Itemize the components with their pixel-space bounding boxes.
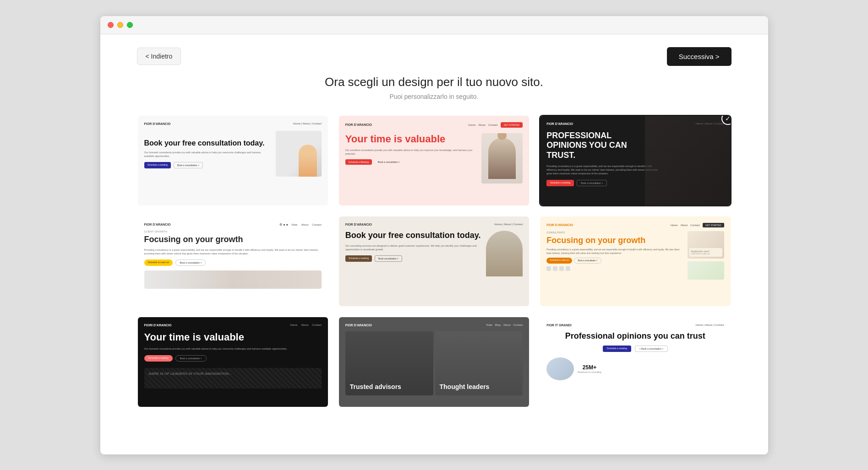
tpl2-navlink1: Home — [468, 124, 475, 126]
tpl1-navlinks: Home | About | Contact — [293, 122, 322, 125]
tpl7-navlinks: HomeAboutContact — [290, 324, 321, 326]
tpl6-btn1[interactable]: Schedule to meet us! — [546, 258, 572, 264]
tpl2-heading: Your time is valuable — [345, 133, 477, 145]
tpl8-logo: FIOR D'ARANCIO — [345, 324, 372, 327]
tpl5-logo: FIOR D'ARANCIO — [345, 223, 372, 226]
tpl8-navlinks: RateBlogAboutContact — [486, 324, 523, 326]
tpl8-left-panel: Trusted advisors — [345, 331, 433, 395]
template-card-8[interactable]: FIOR D'ARANCIO RateBlogAboutContact Trus… — [338, 316, 530, 408]
tpl9-stat: 25M+ Revenues in consulting — [578, 364, 601, 373]
tpl1-heading: Book your free consultation today. — [144, 139, 271, 147]
tpl6-cta[interactable]: GET STARTED — [703, 223, 724, 227]
dot-green[interactable] — [127, 22, 133, 28]
tpl5-navlinks: Home | About | Contact — [494, 223, 523, 226]
tpl2-image — [481, 133, 523, 184]
tpl6-social-icon-3 — [559, 266, 564, 271]
page-subtitle: Puoi personalizzarlo in seguito. — [100, 93, 768, 100]
browser-dots — [108, 22, 133, 28]
tpl7-heading: Your time is valuable — [144, 331, 322, 343]
tpl7-subtext: Our licensed consultants provide you wit… — [144, 347, 322, 351]
tpl1-logo: FIOR D'ARANCIO — [144, 122, 171, 125]
tpl3-logo: FIOR D'ARANCIO — [546, 122, 573, 125]
top-nav: < Indietro Successiva > — [100, 34, 768, 75]
tpl6-image1: Registration open! Click here to sign up — [688, 231, 724, 259]
template-card-4[interactable]: FIOR D'ARANCIO ⚙ ● ● RateAboutContact CL… — [137, 216, 329, 307]
tpl9-btn2[interactable]: < Book a consultation > — [635, 346, 668, 352]
tpl6-social-icon-1 — [546, 266, 551, 271]
tpl6-image2 — [688, 261, 724, 280]
tpl9-stat-label: Revenues in consulting — [578, 371, 601, 373]
tpl5-image — [486, 231, 523, 276]
tpl6-subtext: Providing consultancy is a great respons… — [546, 248, 683, 255]
tpl9-image — [546, 357, 574, 380]
tpl4-btn2[interactable]: Book a consultation > — [175, 259, 206, 266]
tpl5-btn2[interactable]: Book consultation > — [375, 255, 402, 262]
template-card-6[interactable]: FIOR D'ARANCIO HomeAboutContact GET STAR… — [539, 216, 731, 307]
tpl4-heading: Focusing on your growth — [144, 235, 322, 245]
tpl6-heading: Focusing on your growth — [546, 236, 683, 246]
tpl7-btn2[interactable]: Book a consultation > — [175, 355, 207, 362]
tpl6-btn2[interactable]: Book a consultation > — [574, 258, 601, 264]
tpl1-subtext: Our licensed consultants provide you wit… — [144, 151, 271, 158]
tpl8-right-panel: Thought leaders — [435, 331, 523, 395]
tpl2-logo: FIOR D'ARANCIO — [345, 123, 372, 126]
tpl7-bottom-image: DARE IS OF LEADERS IN YOUR IMAGINATION..… — [144, 368, 322, 389]
template-card-9[interactable]: FIOR IT GRANDI Home | About | Contact Pr… — [539, 316, 731, 408]
template-card-1[interactable]: FIOR D'ARANCIO Home | About | Contact Bo… — [137, 115, 329, 206]
template-card-2[interactable]: FIOR D'ARANCIO Home About Contact GET ST… — [338, 115, 530, 206]
tpl4-logo: FIOR D'ARANCIO — [144, 223, 171, 226]
tpl5-subtext: Our consulting services are designed to … — [345, 244, 481, 252]
tpl9-heading: Professional opinions you can trust — [546, 331, 724, 341]
tpl4-icons: ⚙ ● ● — [279, 223, 288, 227]
tpl9-btn1[interactable]: Schedule a meeting — [603, 346, 631, 352]
browser-window: < Indietro Successiva > Ora scegli un de… — [100, 16, 769, 455]
tpl2-btn1[interactable]: Schedule a Meeting — [345, 159, 372, 165]
tpl3-btn1[interactable]: Schedule a meeting — [546, 180, 574, 186]
templates-grid: FIOR D'ARANCIO Home | About | Contact Bo… — [100, 115, 768, 408]
tpl9-stat-number: 25M+ — [578, 364, 601, 371]
tpl8-left-text: Trusted advisors — [350, 383, 401, 391]
tpl2-btn2[interactable]: Book a consultation > — [375, 159, 403, 165]
tpl6-social-icon-4 — [566, 266, 570, 271]
back-button[interactable]: < Indietro — [137, 48, 181, 65]
tpl3-heading: PROFESSIONAL OPINIONS YOU CAN TRUST. — [546, 131, 653, 161]
tpl4-navlinks: RateAboutContact — [292, 223, 322, 226]
tpl7-bottom-text: DARE IS OF LEADERS IN YOUR IMAGINATION..… — [149, 372, 232, 376]
tpl1-btn1[interactable]: Schedule a meeting — [144, 162, 171, 168]
tpl6-stat-sub: Click here to sign up — [691, 253, 721, 255]
tpl6-logo: FIOR D'ARANCIO — [546, 223, 573, 227]
tpl6-navlinks: HomeAboutContact GET STARTED — [671, 223, 724, 227]
page-title: Ora scegli un design per il tuo nuovo si… — [100, 75, 768, 89]
tpl5-heading: Book your free consultation today. — [345, 231, 481, 241]
tpl2-subtext: Our excellent consultants provide you wi… — [345, 149, 477, 156]
tpl1-btn2[interactable]: Book a consultation > — [174, 162, 203, 168]
template-card-7[interactable]: FIORI D'ARANCIO HomeAboutContact Your ti… — [137, 316, 329, 408]
tpl6-tag: CONSULTANTS — [546, 231, 683, 234]
tpl9-logo: FIOR IT GRANDI — [546, 324, 571, 327]
tpl8-right-text: Thought leaders — [440, 383, 490, 391]
tpl3-btn2[interactable]: Book a consultation > — [577, 180, 607, 186]
dot-red[interactable] — [108, 22, 114, 28]
tpl1-image — [276, 131, 322, 177]
tpl6-social — [546, 266, 683, 271]
tpl5-btn1[interactable]: Schedule a meeting — [345, 255, 372, 262]
tpl4-btn1[interactable]: Schedule to meet us! — [144, 259, 173, 266]
next-button[interactable]: Successiva > — [667, 47, 732, 66]
template-card-3[interactable]: ✓ FIOR D'ARANCIO Home | About | Contact … — [539, 115, 731, 206]
tpl2-navlink3: Contact — [488, 124, 498, 126]
tpl2-navlink2: About — [478, 124, 486, 126]
browser-content: < Indietro Successiva > Ora scegli un de… — [100, 34, 768, 454]
tpl4-subtext: Providing consultancy is a great respons… — [144, 248, 322, 256]
tpl9-navlinks: Home | About | Contact — [696, 324, 724, 326]
tpl4-tag: CLIENT GROWTH — [144, 230, 322, 233]
tpl2-cta[interactable]: GET STARTED — [501, 122, 523, 128]
template-card-5[interactable]: FIOR D'ARANCIO Home | About | Contact Bo… — [338, 216, 530, 307]
dot-yellow[interactable] — [117, 22, 123, 28]
tpl4-bottom-image — [144, 270, 322, 289]
tpl7-logo: FIORI D'ARANCIO — [144, 324, 172, 327]
tpl7-btn1[interactable]: Schedule a meeting — [144, 355, 173, 362]
tpl6-social-icon-2 — [553, 266, 557, 271]
browser-titlebar — [100, 16, 768, 34]
page-header: Ora scegli un design per il tuo nuovo si… — [100, 75, 768, 100]
